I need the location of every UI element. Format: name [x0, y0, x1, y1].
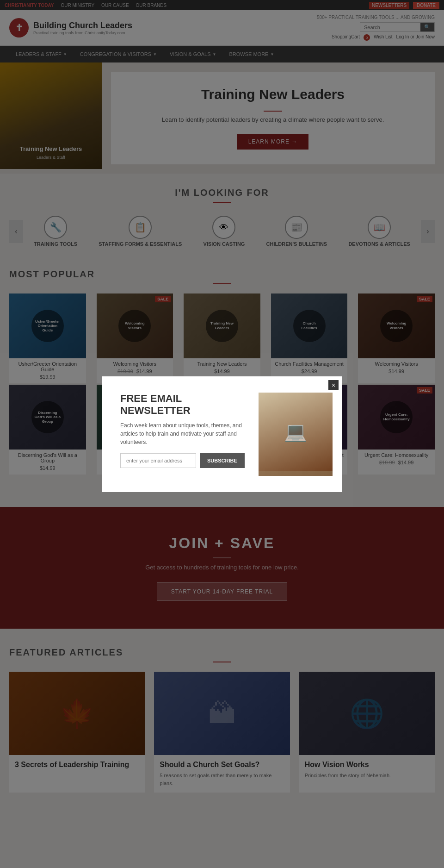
modal-image: 💻: [259, 393, 333, 476]
modal-title: FREE EMAIL NEWSLETTER: [120, 393, 245, 417]
modal-close-button[interactable]: ×: [328, 380, 339, 390]
modal-overlay[interactable]: × FREE EMAIL NEWSLETTER Each week learn …: [0, 0, 444, 868]
modal-description: Each week learn about unique tools, them…: [120, 421, 245, 446]
modal-content-left: FREE EMAIL NEWSLETTER Each week learn ab…: [120, 393, 245, 476]
modal-illustration: 💻: [259, 393, 333, 476]
newsletter-modal: × FREE EMAIL NEWSLETTER Each week learn …: [102, 376, 342, 492]
email-input[interactable]: [120, 453, 196, 468]
subscribe-button[interactable]: SUBSCRIBE: [200, 453, 245, 468]
modal-form: SUBSCRIBE: [120, 453, 245, 468]
